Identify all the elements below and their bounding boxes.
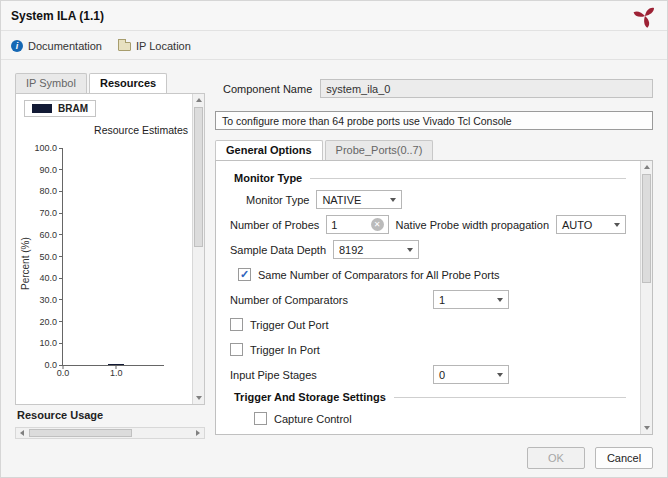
chevron-down-icon bbox=[390, 198, 396, 202]
sample-data-depth-row: Sample Data Depth 8192 bbox=[230, 240, 626, 259]
trigger-in-checkbox[interactable] bbox=[230, 343, 243, 356]
bram-swatch bbox=[32, 104, 52, 113]
chevron-down-icon bbox=[614, 223, 620, 227]
scroll-left-icon[interactable] bbox=[16, 428, 28, 438]
sample-data-depth-select[interactable]: 8192 bbox=[333, 240, 419, 259]
folder-icon bbox=[118, 42, 131, 51]
links-bar: i Documentation IP Location bbox=[1, 32, 667, 60]
same-comparators-row: Same Number of Comparators for All Probe… bbox=[230, 265, 626, 284]
number-of-probes-row: Number of Probes 1 ✕ Native Probe width … bbox=[230, 215, 626, 234]
dialog-title: System ILA (1.1) bbox=[11, 9, 104, 23]
right-tab-strip: General Options Probe_Ports(0..7) bbox=[215, 138, 435, 160]
scroll-down-icon[interactable] bbox=[193, 392, 204, 404]
trigger-out-row: Trigger Out Port bbox=[230, 315, 626, 334]
content-vscroll-thumb[interactable] bbox=[642, 174, 651, 283]
scroll-up-icon[interactable] bbox=[641, 161, 652, 173]
left-panel: IP Symbol Resources BRAM Resource Estima… bbox=[15, 71, 205, 439]
native-probe-width-label: Native Probe width propagation bbox=[396, 219, 549, 231]
info-banner: To configure more than 64 probe ports us… bbox=[215, 111, 653, 130]
ip-location-label: IP Location bbox=[136, 40, 191, 52]
trigger-out-checkbox[interactable] bbox=[230, 318, 243, 331]
component-name-label: Component Name bbox=[223, 83, 312, 95]
chevron-down-icon bbox=[497, 298, 503, 302]
xilinx-logo-icon bbox=[633, 4, 657, 28]
number-of-comparators-value: 1 bbox=[439, 294, 445, 306]
documentation-link[interactable]: i Documentation bbox=[11, 40, 102, 52]
content-vertical-scrollbar[interactable] bbox=[640, 161, 652, 434]
left-vertical-scrollbar[interactable] bbox=[192, 94, 204, 404]
component-name-field[interactable] bbox=[320, 79, 653, 98]
system-ila-dialog: System ILA (1.1) i Documentation IP Loca… bbox=[0, 0, 668, 478]
number-of-probes-input[interactable]: 1 ✕ bbox=[326, 215, 388, 234]
monitor-type-select[interactable]: NATIVE bbox=[316, 190, 402, 209]
number-of-probes-label: Number of Probes bbox=[230, 219, 319, 231]
sample-data-depth-value: 8192 bbox=[339, 244, 363, 256]
tab-probe-ports[interactable]: Probe_Ports(0..7) bbox=[325, 140, 434, 160]
ok-button[interactable]: OK bbox=[527, 447, 585, 469]
info-icon: i bbox=[11, 40, 23, 52]
scroll-down-icon[interactable] bbox=[641, 422, 652, 434]
same-comparators-label: Same Number of Comparators for All Probe… bbox=[258, 269, 499, 281]
component-name-row: Component Name bbox=[223, 79, 653, 98]
capture-control-label: Capture Control bbox=[274, 413, 352, 425]
monitor-type-section: Monitor Type bbox=[234, 172, 626, 184]
left-horizontal-scrollbar[interactable] bbox=[15, 427, 205, 439]
right-panel: Component Name To configure more than 64… bbox=[213, 71, 655, 439]
left-hscroll-thumb[interactable] bbox=[29, 429, 132, 437]
chart-plot: 100.090.080.070.060.050.040.030.020.010.… bbox=[62, 148, 164, 366]
chevron-down-icon bbox=[497, 373, 503, 377]
left-vscroll-thumb[interactable] bbox=[194, 107, 203, 247]
chart-legend: BRAM bbox=[24, 100, 96, 117]
scroll-right-icon[interactable] bbox=[192, 428, 204, 438]
number-of-comparators-row: Number of Comparators 1 bbox=[230, 290, 626, 309]
clear-icon[interactable]: ✕ bbox=[371, 218, 384, 231]
native-probe-width-value: AUTO bbox=[562, 219, 592, 231]
trigger-storage-section-title: Trigger And Storage Settings bbox=[234, 391, 386, 403]
dialog-header: System ILA (1.1) bbox=[1, 1, 667, 31]
trigger-out-label: Trigger Out Port bbox=[250, 319, 328, 331]
scroll-up-icon[interactable] bbox=[193, 94, 204, 106]
tab-ip-symbol[interactable]: IP Symbol bbox=[15, 73, 87, 93]
input-pipe-stages-label: Input Pipe Stages bbox=[230, 369, 426, 381]
general-options-panel: Monitor Type Monitor Type NATIVE Number … bbox=[215, 160, 653, 435]
section-rule bbox=[310, 178, 626, 179]
footer-bar: OK Cancel bbox=[527, 447, 653, 469]
monitor-type-value: NATIVE bbox=[322, 194, 361, 206]
same-comparators-checkbox[interactable] bbox=[238, 268, 251, 281]
tab-resources[interactable]: Resources bbox=[89, 73, 167, 93]
monitor-type-label: Monitor Type bbox=[246, 194, 309, 206]
monitor-type-section-title: Monitor Type bbox=[234, 172, 302, 184]
resource-chart: Percent (%) 100.090.080.070.060.050.040.… bbox=[16, 142, 191, 400]
documentation-label: Documentation bbox=[28, 40, 102, 52]
input-pipe-stages-select[interactable]: 0 bbox=[433, 365, 509, 384]
resource-usage-label: Resource Usage bbox=[17, 409, 103, 421]
resources-panel: BRAM Resource Estimates Percent (%) 100.… bbox=[15, 93, 205, 405]
input-pipe-stages-row: Input Pipe Stages 0 bbox=[230, 365, 626, 384]
trigger-in-label: Trigger In Port bbox=[250, 344, 320, 356]
chart-title: Resource Estimates bbox=[94, 124, 188, 136]
cancel-button[interactable]: Cancel bbox=[595, 447, 653, 469]
chevron-down-icon bbox=[407, 248, 413, 252]
sample-data-depth-label: Sample Data Depth bbox=[230, 244, 326, 256]
ip-location-link[interactable]: IP Location bbox=[118, 40, 191, 52]
number-of-comparators-label: Number of Comparators bbox=[230, 294, 426, 306]
native-probe-width-select[interactable]: AUTO bbox=[556, 215, 626, 234]
capture-control-row: Capture Control bbox=[230, 409, 626, 428]
tab-general-options[interactable]: General Options bbox=[215, 140, 323, 160]
number-of-comparators-select[interactable]: 1 bbox=[433, 290, 509, 309]
number-of-probes-value: 1 bbox=[331, 219, 337, 231]
trigger-in-row: Trigger In Port bbox=[230, 340, 626, 359]
left-tab-strip: IP Symbol Resources bbox=[15, 71, 205, 93]
bram-legend-label: BRAM bbox=[58, 103, 88, 114]
input-pipe-stages-value: 0 bbox=[439, 369, 445, 381]
monitor-type-row: Monitor Type NATIVE bbox=[230, 190, 626, 209]
section-rule bbox=[394, 397, 626, 398]
capture-control-checkbox[interactable] bbox=[254, 412, 267, 425]
trigger-storage-section: Trigger And Storage Settings bbox=[234, 391, 626, 403]
